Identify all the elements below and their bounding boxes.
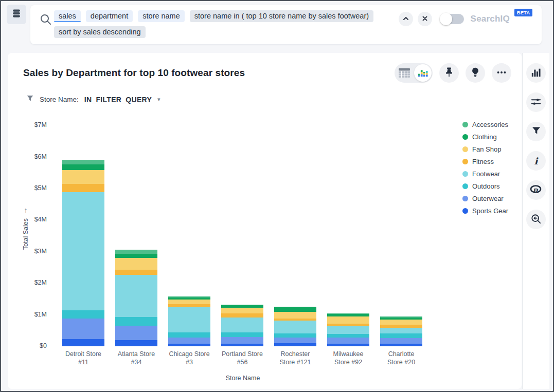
- bar-segment[interactable]: [274, 343, 316, 346]
- legend-label: Sports Gear: [472, 207, 508, 215]
- svg-text:R: R: [534, 187, 539, 195]
- clear-search-button[interactable]: [418, 12, 432, 26]
- bar-segment[interactable]: [221, 313, 263, 318]
- bar-segment[interactable]: [62, 170, 104, 184]
- legend-dot: [462, 171, 468, 177]
- stacked-bar: [115, 250, 157, 346]
- search-token[interactable]: sales: [54, 10, 81, 22]
- view-toggle: [395, 63, 433, 83]
- bar-segment[interactable]: [221, 318, 263, 332]
- bar-segment[interactable]: [274, 321, 316, 333]
- y-tick-label: $2M: [17, 279, 47, 286]
- legend-item[interactable]: Fan Shop: [462, 143, 508, 155]
- bar-segment[interactable]: [274, 338, 316, 343]
- r-analysis-button[interactable]: R: [526, 180, 546, 200]
- legend-item[interactable]: Outdoors: [462, 180, 508, 192]
- filter-value[interactable]: IN_FILTER_QUERY: [84, 96, 152, 104]
- table-icon: [398, 71, 410, 80]
- bar-segment[interactable]: [62, 160, 104, 164]
- legend-item[interactable]: Outerwear: [462, 192, 508, 204]
- bar-segment[interactable]: [115, 254, 157, 258]
- y-tick-label: $0: [17, 342, 47, 349]
- close-icon: [421, 15, 428, 24]
- chart-view-button[interactable]: [414, 64, 432, 82]
- data-source-button[interactable]: [7, 5, 26, 24]
- right-sidebar: i R: [522, 53, 549, 389]
- bar-segment[interactable]: [327, 338, 369, 344]
- table-view-button[interactable]: [398, 68, 410, 80]
- answer-card: Sales by Department for top 10 footwear …: [8, 53, 522, 389]
- bar-segment[interactable]: [62, 319, 104, 339]
- bar-segment[interactable]: [168, 338, 210, 344]
- funnel-icon: [26, 95, 34, 104]
- bar-segment[interactable]: [115, 340, 157, 346]
- search-tokens: salesdepartmentstore namestore name in (…: [54, 10, 373, 42]
- bar-segment[interactable]: [168, 344, 210, 346]
- legend-item[interactable]: Footwear: [462, 167, 508, 180]
- search-token[interactable]: store name: [138, 10, 185, 22]
- searchiq-label: SearchIQ: [471, 14, 510, 24]
- sliders-icon: [531, 97, 541, 108]
- pin-button[interactable]: [439, 63, 459, 83]
- bar-segment[interactable]: [221, 337, 263, 344]
- legend-item[interactable]: Sports Gear: [462, 204, 508, 217]
- bar-segment[interactable]: [115, 326, 157, 340]
- search-bar[interactable]: salesdepartmentstore namestore name in (…: [30, 5, 542, 44]
- search-token[interactable]: department: [86, 10, 133, 22]
- configure-button[interactable]: [526, 92, 546, 112]
- bar-segment[interactable]: [274, 312, 316, 319]
- collapse-search-button[interactable]: [399, 12, 413, 26]
- legend-dot: [462, 134, 468, 140]
- bar-segment[interactable]: [380, 320, 422, 325]
- bar-segment[interactable]: [327, 326, 369, 334]
- explore-button[interactable]: [526, 210, 546, 229]
- bar-segment[interactable]: [380, 338, 422, 344]
- bar-segment[interactable]: [274, 307, 316, 312]
- bar-segment[interactable]: [62, 310, 104, 319]
- bar-segment[interactable]: [221, 344, 263, 346]
- searchiq-toggle[interactable]: [441, 14, 464, 24]
- bar-segment[interactable]: [62, 164, 104, 170]
- chart-type-button[interactable]: [526, 63, 546, 83]
- info-button[interactable]: i: [526, 151, 546, 171]
- more-options-button[interactable]: [492, 63, 511, 83]
- filter-button[interactable]: [526, 122, 546, 141]
- bar-segment[interactable]: [62, 184, 104, 192]
- bar-segment[interactable]: [115, 275, 157, 317]
- bar-segment[interactable]: [221, 332, 263, 337]
- bar-segment[interactable]: [380, 333, 422, 338]
- stacked-bar: [62, 160, 104, 346]
- insights-button[interactable]: [466, 63, 485, 83]
- x-category-label: MilwaukeeStore #92: [319, 350, 377, 367]
- legend-label: Fan Shop: [472, 145, 501, 153]
- search-token[interactable]: sort by sales descending: [54, 26, 146, 38]
- bar-segment[interactable]: [327, 344, 369, 346]
- x-category-label: Portland Store#56: [213, 350, 271, 367]
- bar-segment[interactable]: [380, 344, 422, 346]
- bar-segment[interactable]: [380, 328, 422, 333]
- x-category-label: RochesterStore #121: [266, 350, 324, 367]
- bar-segment[interactable]: [168, 332, 210, 338]
- bar-segment[interactable]: [327, 334, 369, 338]
- bar-segment[interactable]: [62, 339, 104, 346]
- legend-item[interactable]: Accessories: [462, 118, 508, 130]
- legend-item[interactable]: Clothing: [462, 130, 508, 143]
- chevron-down-icon[interactable]: ▾: [157, 96, 160, 103]
- bar-segment[interactable]: [115, 317, 157, 326]
- search-token[interactable]: store name in ( top 10 store name by sal…: [190, 10, 373, 22]
- bar-segment[interactable]: [168, 307, 210, 332]
- bar-segment[interactable]: [274, 333, 316, 338]
- stacked-bar: [327, 313, 369, 346]
- chevron-up-icon: [402, 14, 410, 24]
- bar-segment[interactable]: [115, 250, 157, 254]
- bar-segment[interactable]: [221, 308, 263, 313]
- app-window: salesdepartmentstore namestore name in (…: [0, 0, 554, 392]
- bar-segment[interactable]: [327, 316, 369, 324]
- x-axis-title: Store Name: [58, 375, 428, 382]
- legend-label: Accessories: [472, 121, 508, 128]
- legend-item[interactable]: Fitness: [462, 155, 508, 167]
- bar-segment[interactable]: [115, 258, 157, 270]
- bar-segment[interactable]: [62, 192, 104, 310]
- bar-segment[interactable]: [115, 270, 157, 275]
- bar-segment[interactable]: [168, 300, 210, 304]
